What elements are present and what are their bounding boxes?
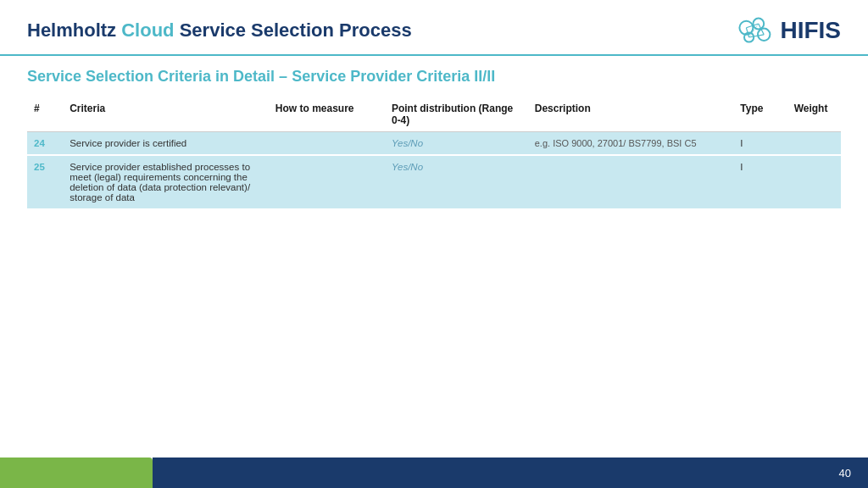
hifis-logo-icon xyxy=(734,15,775,46)
header: Helmholtz Cloud Service Selection Proces… xyxy=(0,0,868,56)
col-header-weight: Weight xyxy=(787,97,841,132)
col-header-criteria: Criteria xyxy=(63,97,269,132)
footer-green-bar xyxy=(0,458,153,488)
table-row: 24 Service provider is certified Yes/No … xyxy=(27,132,841,156)
row-25-weight xyxy=(787,155,841,209)
row-24-weight xyxy=(787,132,841,156)
criteria-table: # Criteria How to measure Point distribu… xyxy=(27,97,841,210)
col-header-how: How to measure xyxy=(269,97,385,132)
row-24-criteria: Service provider is certified xyxy=(63,132,269,156)
row-25-type: I xyxy=(733,155,787,209)
col-header-point: Point distribution (Range 0-4) xyxy=(385,97,528,132)
table-area: # Criteria How to measure Point distribu… xyxy=(0,97,868,210)
row-24-how xyxy=(269,132,385,156)
svg-line-7 xyxy=(749,35,765,37)
logo-hifis: HIFIS xyxy=(780,17,841,43)
row-24-type: I xyxy=(733,132,787,156)
title-rest: Service Selection Process xyxy=(175,19,412,41)
row-25-how xyxy=(269,155,385,209)
row-24-desc: e.g. ISO 9000, 27001/ BS7799, BSI C5 xyxy=(528,132,734,156)
logo: HIFIS xyxy=(734,15,841,46)
col-header-type: Type xyxy=(733,97,787,132)
row-24-point: Yes/No xyxy=(385,132,528,156)
title-cloud: Cloud xyxy=(121,19,174,41)
title-helmholtz: Helmholtz xyxy=(27,19,121,41)
table-header-row: # Criteria How to measure Point distribu… xyxy=(27,97,841,132)
row-25-desc xyxy=(528,155,734,209)
header-title: Helmholtz Cloud Service Selection Proces… xyxy=(27,19,412,42)
slide: Helmholtz Cloud Service Selection Proces… xyxy=(0,0,868,488)
row-25-num: 25 xyxy=(27,155,63,209)
table-row: 25 Service provider established processe… xyxy=(27,155,841,209)
footer-blue-bar xyxy=(153,458,817,488)
subtitle: Service Selection Criteria in Detail – S… xyxy=(0,56,868,94)
row-25-criteria: Service provider established processes t… xyxy=(63,155,269,209)
col-header-num: # xyxy=(27,97,63,132)
row-25-point: Yes/No xyxy=(385,155,528,209)
svg-point-2 xyxy=(758,29,770,41)
footer-page-number: 40 xyxy=(817,458,868,488)
footer: 40 xyxy=(0,458,868,488)
col-header-desc: Description xyxy=(528,97,734,132)
row-24-num: 24 xyxy=(27,132,63,156)
logo-text: HIFIS xyxy=(780,17,841,44)
